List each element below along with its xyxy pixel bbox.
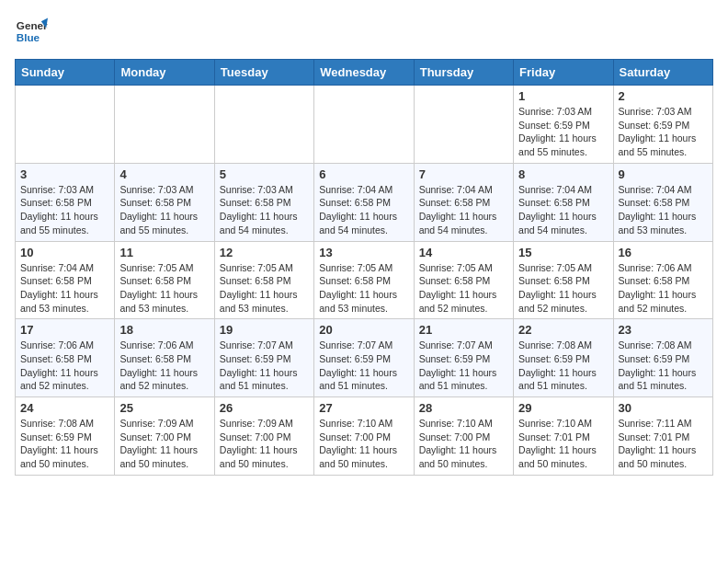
day-info: Sunrise: 7:03 AMSunset: 6:58 PMDaylight:…: [20, 183, 109, 237]
calendar-day-cell: [115, 86, 214, 164]
day-number: 1: [518, 89, 608, 103]
calendar-day-cell: 15Sunrise: 7:05 AMSunset: 6:58 PMDayligh…: [514, 241, 613, 319]
calendar-day-cell: 22Sunrise: 7:08 AMSunset: 6:59 PMDayligh…: [514, 319, 613, 397]
calendar-week-row: 3Sunrise: 7:03 AMSunset: 6:58 PMDaylight…: [16, 163, 713, 241]
day-info: Sunrise: 7:05 AMSunset: 6:58 PMDaylight:…: [518, 261, 608, 316]
logo-icon: General Blue: [15, 15, 48, 48]
calendar-day-cell: 13Sunrise: 7:05 AMSunset: 6:58 PMDayligh…: [314, 241, 414, 319]
day-info: Sunrise: 7:08 AMSunset: 6:59 PMDaylight:…: [619, 339, 708, 393]
day-info: Sunrise: 7:04 AMSunset: 6:58 PMDaylight:…: [419, 183, 508, 237]
day-info: Sunrise: 7:07 AMSunset: 6:59 PMDaylight:…: [319, 339, 408, 393]
calendar-day-cell: 23Sunrise: 7:08 AMSunset: 6:59 PMDayligh…: [613, 319, 712, 397]
day-of-week-header: Thursday: [414, 60, 513, 86]
day-info: Sunrise: 7:10 AMSunset: 7:01 PMDaylight:…: [518, 417, 608, 471]
day-info: Sunrise: 7:05 AMSunset: 6:58 PMDaylight:…: [119, 261, 209, 316]
calendar-day-cell: 14Sunrise: 7:05 AMSunset: 6:58 PMDayligh…: [414, 241, 513, 319]
calendar-week-row: 10Sunrise: 7:04 AMSunset: 6:58 PMDayligh…: [16, 241, 713, 319]
day-number: 2: [619, 89, 708, 103]
calendar-day-cell: 11Sunrise: 7:05 AMSunset: 6:58 PMDayligh…: [115, 241, 214, 319]
day-info: Sunrise: 7:08 AMSunset: 6:59 PMDaylight:…: [518, 339, 608, 393]
calendar-day-cell: 6Sunrise: 7:04 AMSunset: 6:58 PMDaylight…: [314, 163, 414, 241]
day-info: Sunrise: 7:07 AMSunset: 6:59 PMDaylight:…: [220, 339, 309, 393]
day-of-week-header: Tuesday: [214, 60, 313, 86]
calendar-day-cell: 3Sunrise: 7:03 AMSunset: 6:58 PMDaylight…: [16, 163, 115, 241]
day-info: Sunrise: 7:05 AMSunset: 6:58 PMDaylight:…: [419, 261, 508, 316]
day-info: Sunrise: 7:08 AMSunset: 6:59 PMDaylight:…: [20, 417, 109, 471]
day-number: 20: [319, 323, 408, 337]
day-info: Sunrise: 7:03 AMSunset: 6:59 PMDaylight:…: [518, 105, 608, 159]
day-number: 25: [119, 401, 209, 415]
day-number: 17: [20, 323, 109, 337]
day-number: 16: [619, 246, 708, 259]
calendar-day-cell: 10Sunrise: 7:04 AMSunset: 6:58 PMDayligh…: [16, 241, 115, 319]
calendar-week-row: 17Sunrise: 7:06 AMSunset: 6:58 PMDayligh…: [16, 319, 713, 397]
calendar-day-cell: 21Sunrise: 7:07 AMSunset: 6:59 PMDayligh…: [414, 319, 513, 397]
page-header: General Blue: [15, 15, 713, 48]
calendar-day-cell: 17Sunrise: 7:06 AMSunset: 6:58 PMDayligh…: [16, 319, 115, 397]
day-number: 15: [518, 246, 608, 259]
day-of-week-header: Saturday: [613, 60, 712, 86]
calendar-day-cell: 7Sunrise: 7:04 AMSunset: 6:58 PMDaylight…: [414, 163, 513, 241]
day-number: 30: [619, 401, 708, 415]
day-info: Sunrise: 7:06 AMSunset: 6:58 PMDaylight:…: [619, 261, 708, 316]
day-number: 22: [518, 323, 608, 337]
calendar-week-row: 24Sunrise: 7:08 AMSunset: 6:59 PMDayligh…: [16, 397, 713, 476]
day-info: Sunrise: 7:04 AMSunset: 6:58 PMDaylight:…: [20, 261, 109, 316]
day-number: 13: [319, 246, 408, 259]
day-number: 27: [319, 401, 408, 415]
calendar-header-row: SundayMondayTuesdayWednesdayThursdayFrid…: [16, 60, 713, 86]
calendar-day-cell: 2Sunrise: 7:03 AMSunset: 6:59 PMDaylight…: [613, 86, 712, 164]
calendar-day-cell: [314, 86, 414, 164]
calendar-day-cell: 4Sunrise: 7:03 AMSunset: 6:58 PMDaylight…: [115, 163, 214, 241]
day-number: 7: [419, 167, 508, 181]
day-of-week-header: Sunday: [16, 60, 115, 86]
day-number: 18: [119, 323, 209, 337]
calendar-day-cell: [16, 86, 115, 164]
day-info: Sunrise: 7:10 AMSunset: 7:00 PMDaylight:…: [419, 417, 508, 471]
day-info: Sunrise: 7:06 AMSunset: 6:58 PMDaylight:…: [20, 339, 109, 393]
day-of-week-header: Monday: [115, 60, 214, 86]
logo: General Blue: [15, 15, 48, 48]
day-of-week-header: Wednesday: [314, 60, 414, 86]
day-number: 9: [619, 167, 708, 181]
day-number: 23: [619, 323, 708, 337]
day-info: Sunrise: 7:04 AMSunset: 6:58 PMDaylight:…: [319, 183, 408, 237]
day-info: Sunrise: 7:04 AMSunset: 6:58 PMDaylight:…: [619, 183, 708, 237]
day-info: Sunrise: 7:05 AMSunset: 6:58 PMDaylight:…: [319, 261, 408, 316]
day-number: 19: [220, 323, 309, 337]
calendar-day-cell: [214, 86, 313, 164]
day-info: Sunrise: 7:03 AMSunset: 6:59 PMDaylight:…: [619, 105, 708, 159]
day-number: 12: [220, 246, 309, 259]
day-of-week-header: Friday: [514, 60, 613, 86]
day-number: 11: [119, 246, 209, 259]
day-info: Sunrise: 7:03 AMSunset: 6:58 PMDaylight:…: [119, 183, 209, 237]
day-number: 4: [119, 167, 209, 181]
calendar-day-cell: 20Sunrise: 7:07 AMSunset: 6:59 PMDayligh…: [314, 319, 414, 397]
calendar-day-cell: 5Sunrise: 7:03 AMSunset: 6:58 PMDaylight…: [214, 163, 313, 241]
calendar-day-cell: 18Sunrise: 7:06 AMSunset: 6:58 PMDayligh…: [115, 319, 214, 397]
day-number: 29: [518, 401, 608, 415]
day-number: 14: [419, 246, 508, 259]
calendar-day-cell: 16Sunrise: 7:06 AMSunset: 6:58 PMDayligh…: [613, 241, 712, 319]
svg-text:Blue: Blue: [17, 31, 40, 43]
calendar-day-cell: 30Sunrise: 7:11 AMSunset: 7:01 PMDayligh…: [613, 397, 712, 476]
day-number: 6: [319, 167, 408, 181]
calendar-table: SundayMondayTuesdayWednesdayThursdayFrid…: [15, 59, 713, 476]
day-info: Sunrise: 7:07 AMSunset: 6:59 PMDaylight:…: [419, 339, 508, 393]
day-info: Sunrise: 7:10 AMSunset: 7:00 PMDaylight:…: [319, 417, 408, 471]
day-number: 8: [518, 167, 608, 181]
calendar-day-cell: 26Sunrise: 7:09 AMSunset: 7:00 PMDayligh…: [214, 397, 313, 476]
day-info: Sunrise: 7:09 AMSunset: 7:00 PMDaylight:…: [220, 417, 309, 471]
day-info: Sunrise: 7:09 AMSunset: 7:00 PMDaylight:…: [119, 417, 209, 471]
calendar-day-cell: 19Sunrise: 7:07 AMSunset: 6:59 PMDayligh…: [214, 319, 313, 397]
day-number: 21: [419, 323, 508, 337]
day-number: 10: [20, 246, 109, 259]
day-info: Sunrise: 7:03 AMSunset: 6:58 PMDaylight:…: [220, 183, 309, 237]
day-info: Sunrise: 7:06 AMSunset: 6:58 PMDaylight:…: [119, 339, 209, 393]
calendar-day-cell: [414, 86, 513, 164]
day-number: 26: [220, 401, 309, 415]
day-number: 28: [419, 401, 508, 415]
calendar-day-cell: 12Sunrise: 7:05 AMSunset: 6:58 PMDayligh…: [214, 241, 313, 319]
calendar-day-cell: 25Sunrise: 7:09 AMSunset: 7:00 PMDayligh…: [115, 397, 214, 476]
calendar-week-row: 1Sunrise: 7:03 AMSunset: 6:59 PMDaylight…: [16, 86, 713, 164]
